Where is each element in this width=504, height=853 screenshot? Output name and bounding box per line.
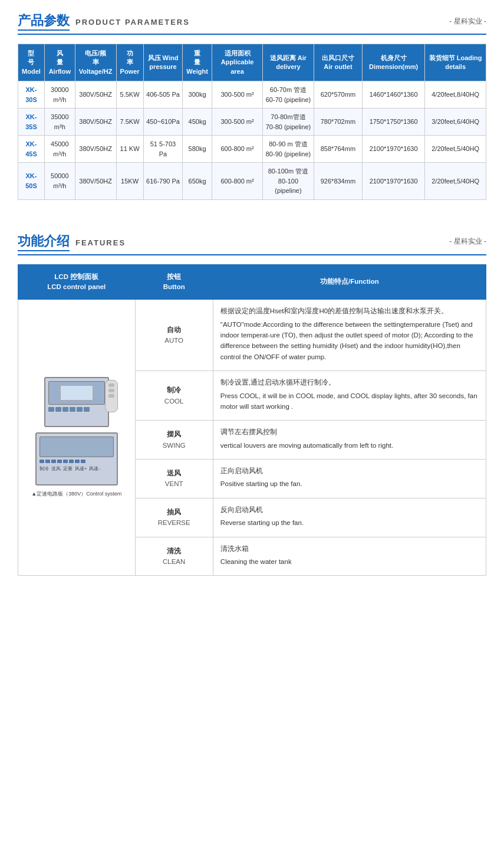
cell-weight: 650kg (183, 163, 212, 200)
cell-loading: 3/20feet,6/40HQ (425, 109, 486, 136)
func-header: 功能特点/Function (320, 278, 379, 285)
cell-model: XK-35S (18, 109, 45, 136)
btn-header-cn: 按钮 (167, 273, 181, 280)
cell-power: 11 KW (116, 136, 143, 163)
cell-function: 清洗水箱Cleaning the water tank (213, 537, 486, 576)
cell-dimension: 1460*1460*1360 (363, 81, 425, 109)
col-wind-pressure: 风压 Windpressure (143, 44, 183, 81)
features-title-en: FEATURES (75, 238, 126, 247)
features-title-cn: 功能介绍 (18, 232, 70, 251)
cell-airflow: 30000 m³/h (44, 81, 75, 109)
col-air-outlet: 出风口尺寸 Air outlet (314, 44, 362, 81)
cell-function: 调节左右摆风控制vertical louvers are moving auto… (213, 421, 486, 460)
col-voltage: 电压/频率 Voltage/HZ (75, 44, 116, 81)
cell-button: 自动 AUTO (135, 300, 213, 371)
cell-air-outlet: 858*764mm (314, 136, 362, 163)
features-brand: - 星科实业 - (449, 237, 486, 247)
cell-air-delivery: 70-80m管道 70-80 (pipeline) (263, 109, 314, 136)
cell-wind-pressure: 51 5-703 Pa (143, 136, 183, 163)
cell-airflow: 50000 m³/h (44, 163, 75, 200)
cell-weight: 450kg (183, 109, 212, 136)
col-dimension: 机身尺寸 Dimension(mm) (363, 44, 425, 81)
cell-loading: 2/20feet,5/40HQ (425, 136, 486, 163)
features-section: 功能介绍 FEATURES - 星科实业 - LCD 控制面板 LCD cont… (0, 221, 504, 588)
cell-air-outlet: 620*570mm (314, 81, 362, 109)
cell-power: 7.5KW (116, 109, 143, 136)
col-button: 按钮 Button (135, 264, 213, 300)
table-row: XK-35S 35000 m³h 380V/50HZ 7.5KW 450~610… (18, 109, 486, 136)
cell-function: 制冷设置,通过启动水循环进行制冷。Press COOL, it will be … (213, 371, 486, 421)
cell-model: XK-50S (18, 163, 45, 200)
params-title-en: PRODUCT PARAMETERS (75, 18, 190, 27)
params-title-cn: 产品参数 (18, 12, 70, 31)
cell-wind-pressure: 406-505 Pa (143, 81, 183, 109)
cell-airflow: 45000 m³/h (44, 136, 75, 163)
params-title-row: 产品参数 PRODUCT PARAMETERS (18, 12, 190, 31)
lcd-header-cn: LCD 控制面板 (54, 273, 98, 280)
btn-cn: 自动 (167, 326, 181, 333)
product-params-section: 产品参数 PRODUCT PARAMETERS - 星科实业 - 型号 Mode… (0, 0, 504, 212)
btn-en: SWING (163, 442, 186, 449)
features-title-row: 功能介绍 FEATURES (18, 232, 126, 251)
features-header: 功能介绍 FEATURES - 星科实业 - (18, 232, 486, 255)
col-airflow: 风量 Airflow (44, 44, 75, 81)
col-area: 适用面积 Applicable area (212, 44, 262, 81)
cell-button: 送风 VENT (135, 460, 213, 498)
btn-cn: 抽风 (167, 508, 181, 516)
control-panel-caption: ▲定速电路板（380V）Control system (31, 490, 121, 498)
control-panel-image-cell: 制冷送风定量风速+风速- ▲定速电路板（380V）Control system (18, 300, 136, 576)
cell-button: 清洗 CLEAN (135, 537, 213, 576)
cell-voltage: 380V/50HZ (75, 81, 116, 109)
cell-air-outlet: 926*834mm (314, 163, 362, 200)
col-power: 功率 Power (116, 44, 143, 81)
features-table: LCD 控制面板 LCD control panel 按钮 Button 功能特… (18, 264, 486, 576)
cell-air-delivery: 80-100m 管道 80-100 (pipeline) (263, 163, 314, 200)
col-loading: 装货细节 Loading details (425, 44, 486, 81)
col-function: 功能特点/Function (213, 264, 486, 300)
cell-air-delivery: 80-90 m 管道 80-90 (pipeline) (263, 136, 314, 163)
cell-function: 正向启动风机Positive starting up the fan. (213, 460, 486, 498)
cell-air-delivery: 60-70m 管道 60-70 (pipeline) (263, 81, 314, 109)
btn-cn: 清洗 (167, 547, 181, 555)
cell-dimension: 2100*1970*1630 (363, 136, 425, 163)
cell-function: 反向启动风机Reverse starting up the fan. (213, 498, 486, 537)
cell-power: 15KW (116, 163, 143, 200)
params-brand: - 星科实业 - (449, 17, 486, 27)
params-table: 型号 Model 风量 Airflow 电压/频率 Voltage/HZ 功率 … (18, 44, 486, 200)
table-row: XK-30S 30000 m³/h 380V/50HZ 5.5KW 406-50… (18, 81, 486, 109)
cell-voltage: 380V/50HZ (75, 163, 116, 200)
cell-air-outlet: 780*702mm (314, 109, 362, 136)
btn-en: CLEAN (163, 558, 185, 565)
cell-dimension: 2100*1970*1630 (363, 163, 425, 200)
col-weight: 重量 Weight (183, 44, 212, 81)
btn-cn: 送风 (167, 470, 181, 477)
cell-voltage: 380V/50HZ (75, 136, 116, 163)
cell-wind-pressure: 450~610Pa (143, 109, 183, 136)
btn-header-en: Button (163, 283, 185, 290)
cell-model: XK-45S (18, 136, 45, 163)
cell-wind-pressure: 616-790 Pa (143, 163, 183, 200)
btn-en: COOL (164, 398, 184, 405)
btn-en: VENT (165, 480, 183, 487)
cell-voltage: 380V/50HZ (75, 109, 116, 136)
col-lcd-panel: LCD 控制面板 LCD control panel (18, 264, 136, 300)
lcd-header-en: LCD control panel (47, 283, 106, 290)
cell-dimension: 1750*1750*1360 (363, 109, 425, 136)
cell-model: XK-30S (18, 81, 45, 109)
cell-loading: 4/20feet,8/40HQ (425, 81, 486, 109)
cell-airflow: 35000 m³h (44, 109, 75, 136)
cell-button: 抽风 REVERSE (135, 498, 213, 537)
cell-power: 5.5KW (116, 81, 143, 109)
btn-cn: 摆风 (167, 431, 181, 438)
cell-function: 根据设定的温度Hset和室内湿度H0的差值控制马达输出速度和水泵开关。"AUTO… (213, 300, 486, 371)
col-air-delivery: 送风距离 Air delivery (263, 44, 314, 81)
cell-weight: 580kg (183, 136, 212, 163)
table-row: XK-45S 45000 m³/h 380V/50HZ 11 KW 51 5-7… (18, 136, 486, 163)
cell-weight: 300kg (183, 81, 212, 109)
cell-button: 摆风 SWING (135, 421, 213, 460)
btn-en: AUTO (164, 337, 183, 344)
btn-en: REVERSE (158, 519, 190, 526)
btn-cn: 制冷 (167, 386, 181, 393)
params-header: 产品参数 PRODUCT PARAMETERS - 星科实业 - (18, 12, 486, 35)
cell-area: 300-500 m² (212, 81, 262, 109)
